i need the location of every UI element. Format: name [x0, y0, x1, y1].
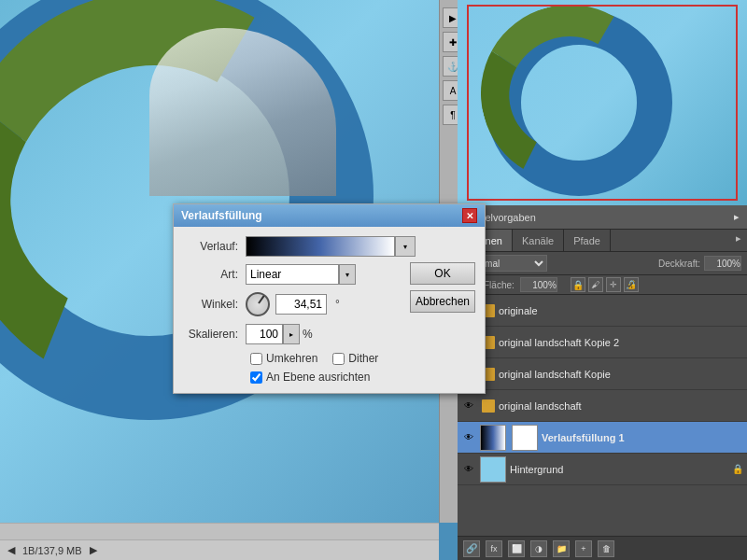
- fill-row: ⬛ Fläche: 🔒 🖌 ✛ 🔏: [458, 275, 747, 295]
- layer-eye-hintergrund[interactable]: 👁: [461, 462, 476, 477]
- dialog-title: Verlaufsfüllung: [181, 209, 262, 222]
- layer-name-kopie: original landschaft Kopie: [499, 369, 743, 380]
- angle-input[interactable]: [275, 294, 327, 315]
- layer-mask-verlauf: [512, 425, 538, 451]
- art-label: Art:: [185, 268, 246, 281]
- layer-all-btn[interactable]: 🔏: [624, 277, 639, 292]
- layer-name-verlauf: Verlaufsfüllung 1: [542, 432, 743, 443]
- canvas-scroll-bar[interactable]: [0, 523, 439, 539]
- layer-new-btn[interactable]: +: [575, 540, 592, 557]
- canvas-nav-right[interactable]: ▶: [90, 544, 97, 556]
- layer-name-kopie2: original landschaft Kopie 2: [499, 337, 743, 348]
- fill-label: Fläche:: [484, 280, 514, 290]
- layer-name-original: original landschaft: [499, 400, 743, 412]
- gradient-control: ▾: [246, 236, 416, 257]
- layer-thumb-verlauf: [480, 425, 506, 451]
- skalieren-control: ▸ %: [246, 324, 313, 344]
- canvas-nav-left[interactable]: ◀: [7, 544, 15, 556]
- fill-input[interactable]: [520, 277, 557, 292]
- verlauf-label: Verlauf:: [185, 240, 246, 253]
- angle-dial[interactable]: [246, 292, 270, 316]
- layers-blend-row: Normal Deckkraft:: [458, 252, 747, 275]
- canvas-status-bar: ◀ 1B/137,9 MB ▶: [0, 539, 439, 560]
- mini-canvas-preview: [458, 0, 747, 205]
- layer-eye-verlauf[interactable]: 👁: [461, 430, 476, 445]
- panels-menu[interactable]: ▸: [730, 230, 747, 251]
- scale-arrow[interactable]: ▸: [283, 324, 300, 344]
- brush-presets-bar: Pinselvorgaben ▸: [458, 205, 747, 230]
- canvas-status-text: 1B/137,9 MB: [22, 545, 82, 556]
- winkel-label: Winkel:: [185, 298, 246, 311]
- opacity-input[interactable]: [704, 256, 741, 271]
- tab-pfade[interactable]: Pfade: [564, 230, 611, 251]
- layer-item-kopie2[interactable]: 👁 original landschaft Kopie 2: [458, 327, 747, 358]
- layer-eye-original[interactable]: 👁: [461, 399, 476, 413]
- checkboxes-row1: Umkehren Dither: [250, 352, 473, 365]
- layer-folder-btn[interactable]: 📁: [553, 540, 570, 557]
- layer-item-original[interactable]: 👁 original landschaft: [458, 390, 747, 422]
- mini-canvas-selection: [467, 5, 738, 201]
- an-ebene-check-label[interactable]: An Ebene ausrichten: [250, 371, 473, 384]
- layer-delete-btn[interactable]: 🗑: [598, 540, 614, 557]
- layer-mask-btn[interactable]: ⬜: [508, 540, 525, 557]
- layer-fx-btn[interactable]: fx: [486, 540, 502, 557]
- layer-item-kopie[interactable]: 👁 original landschaft Kopie: [458, 358, 747, 390]
- layer-move-btn[interactable]: ✛: [606, 277, 621, 292]
- art-value: Linear: [250, 268, 281, 281]
- panels-area: Pinselvorgaben ▸ Ebenen Kanäle Pfade ▸ N…: [458, 205, 747, 560]
- skalieren-label: Skalieren:: [185, 328, 246, 341]
- layer-item-verlauf[interactable]: 👁 Verlaufsfüllung 1: [458, 422, 747, 454]
- brush-presets-arrow[interactable]: ▸: [734, 211, 740, 223]
- percent-symbol: %: [303, 328, 313, 341]
- layer-item-hintergrund[interactable]: 👁 Hintergrund 🔒: [458, 454, 747, 485]
- dialog-body: OK Abbrechen Verlauf: ▾ Art: Linear ▾: [174, 227, 485, 393]
- dither-checkbox[interactable]: [332, 353, 345, 365]
- umkehren-checkbox[interactable]: [250, 353, 262, 365]
- layer-lock-icon: 🔒: [732, 464, 743, 474]
- tab-kanaele[interactable]: Kanäle: [513, 230, 564, 251]
- layers-bottom-bar: 🔗 fx ⬜ ◑ 📁 + 🗑: [458, 536, 747, 560]
- layers-list: 👁 originale 👁 original landschaft Kopie …: [458, 295, 747, 536]
- degree-symbol: °: [335, 298, 340, 311]
- scale-input[interactable]: [246, 324, 283, 344]
- cancel-button[interactable]: Abbrechen: [410, 290, 475, 313]
- verlauf-row: Verlauf: ▾: [185, 236, 473, 257]
- art-control: Linear ▾: [246, 264, 356, 285]
- art-select[interactable]: Linear: [246, 264, 339, 285]
- dialog-titlebar[interactable]: Verlaufsfüllung ✕: [174, 204, 485, 227]
- an-ebene-label-text: An Ebene ausrichten: [266, 371, 370, 384]
- layer-paint-btn[interactable]: 🖌: [588, 277, 603, 292]
- gradient-picker[interactable]: [246, 236, 395, 257]
- opacity-label: Deckkraft:: [658, 259, 700, 269]
- layer-thumb-hintergrund: [480, 456, 506, 483]
- winkel-control: °: [246, 292, 340, 316]
- right-panel: Pinselvorgaben ▸ Ebenen Kanäle Pfade ▸ N…: [458, 0, 747, 560]
- gradient-dropdown[interactable]: ▾: [395, 236, 416, 257]
- ok-button[interactable]: OK: [410, 262, 475, 285]
- skalieren-row: Skalieren: ▸ %: [185, 324, 473, 344]
- layer-adj-btn[interactable]: ◑: [530, 540, 547, 557]
- layer-lock-btn[interactable]: 🔒: [571, 277, 585, 292]
- dialog-buttons: OK Abbrechen: [410, 262, 475, 313]
- umkehren-check-label[interactable]: Umkehren: [250, 352, 317, 365]
- layer-item-originale[interactable]: 👁 originale: [458, 295, 747, 327]
- layer-link-btn[interactable]: 🔗: [463, 540, 480, 557]
- art-arrow[interactable]: ▾: [339, 264, 356, 285]
- an-ebene-checkbox[interactable]: [250, 371, 262, 384]
- dither-check-label[interactable]: Dither: [332, 352, 378, 365]
- checkboxes-row2: An Ebene ausrichten: [250, 371, 473, 384]
- layers-tabs-row: Ebenen Kanäle Pfade ▸: [458, 230, 747, 252]
- layer-name-hintergrund: Hintergrund: [510, 464, 728, 475]
- umkehren-label-text: Umkehren: [266, 352, 317, 365]
- verlaufsfuellung-dialog[interactable]: Verlaufsfüllung ✕ OK Abbrechen Verlauf: …: [173, 203, 486, 394]
- layer-folder-icon-original: [482, 399, 495, 413]
- layer-name-originale: originale: [499, 305, 743, 316]
- dialog-close-button[interactable]: ✕: [462, 208, 477, 223]
- dither-label-text: Dither: [348, 352, 378, 365]
